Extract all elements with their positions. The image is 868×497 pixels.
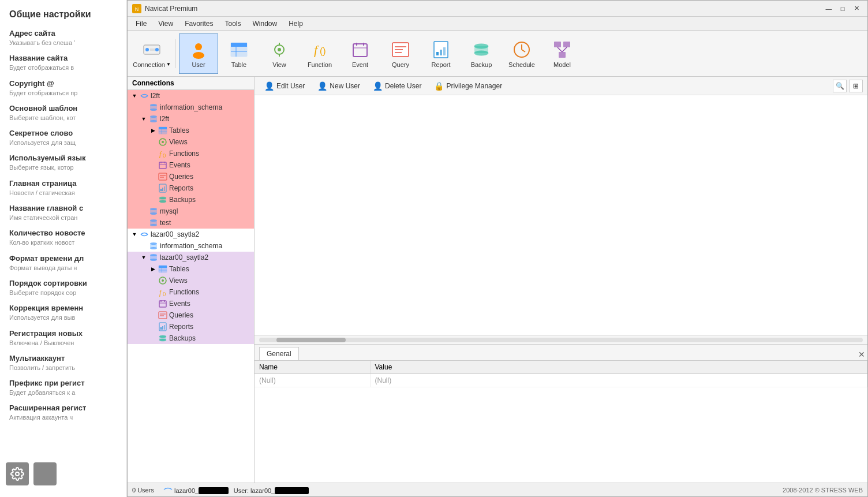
svg-rect-67 <box>164 186 165 191</box>
toolbar-btn-user[interactable]: User <box>179 33 218 74</box>
toolbar-btn-function[interactable]: f() Function <box>300 33 339 74</box>
function-label-row: Function <box>308 61 332 68</box>
user-icon <box>188 39 209 60</box>
svg-point-8 <box>193 52 204 59</box>
svg-text:(): () <box>320 46 326 56</box>
setting-label: Регистрация новых <box>9 329 117 338</box>
tree-conn-lazar00_saytla2[interactable]: ▼ lazar00_saytla2 <box>128 229 254 240</box>
conn-toggle-lazar00_saytla2[interactable]: ▼ <box>130 231 139 237</box>
users-count: 0 Users <box>132 487 154 494</box>
svg-line-36 <box>522 50 525 52</box>
toolbar-btn-schedule[interactable]: Schedule <box>502 33 541 74</box>
toolbar-btn-connection[interactable]: Connection▼ <box>132 33 171 74</box>
tree-item-test_db[interactable]: test <box>128 217 254 229</box>
svg-point-6 <box>155 48 159 51</box>
svg-rect-84 <box>159 266 167 268</box>
menu-item-view[interactable]: View <box>152 18 179 29</box>
tree-item-events_1[interactable]: Events <box>128 159 254 171</box>
svg-rect-92 <box>159 301 166 307</box>
tree-item-reports_1[interactable]: Reports <box>128 182 254 194</box>
tree-item-functions_2[interactable]: f() Functions <box>128 286 254 298</box>
svg-point-4 <box>145 48 149 51</box>
tree-item-views_2[interactable]: Views <box>128 275 254 286</box>
tables_1-label: Tables <box>168 126 189 134</box>
user-label: User <box>192 61 205 68</box>
tree-collapse-lazar00_db[interactable]: ▼ <box>139 255 148 260</box>
settings-icon-1[interactable] <box>6 462 29 485</box>
setting-label: Порядок сортировки <box>9 279 117 287</box>
tree-item-tables_2[interactable]: ▶ Tables <box>128 263 254 275</box>
svg-point-33 <box>474 51 488 55</box>
tree-item-tables_1[interactable]: ▶ Tables <box>128 125 254 136</box>
svg-point-70 <box>159 200 166 203</box>
toolbar-btn-event[interactable]: Event <box>341 33 380 74</box>
mysql_db-type-icon <box>148 207 159 216</box>
setting-desc: Позволить / запретить <box>9 364 117 372</box>
tree-expand-tables_2[interactable]: ▶ <box>148 266 158 272</box>
functions_2-label: Functions <box>168 288 199 296</box>
tree-item-lazar00_db[interactable]: ▼ lazar00_saytla2 <box>128 252 254 263</box>
menu-item-help[interactable]: Help <box>283 18 309 29</box>
menu-item-tools[interactable]: Tools <box>219 18 247 29</box>
toolbar-btn-view[interactable]: View <box>260 33 299 74</box>
svg-rect-29 <box>440 50 442 55</box>
maximize-button[interactable]: □ <box>836 3 849 14</box>
delete-user-icon: 👤 <box>373 81 383 91</box>
setting-desc: Имя статической стран <box>9 214 117 222</box>
tree-item-reports_2[interactable]: Reports <box>128 321 254 332</box>
tree-item-information_schema_1[interactable]: information_schema <box>128 102 254 113</box>
report-label-row: Report <box>431 61 450 68</box>
tree-item-events_2[interactable]: Events <box>128 298 254 309</box>
general-tab[interactable]: General <box>259 347 299 360</box>
toolbar-btn-report[interactable]: Report <box>421 33 461 74</box>
event-icon <box>350 39 371 60</box>
tree-item-functions_1[interactable]: f() Functions <box>128 148 254 159</box>
settings-icon-2[interactable] <box>33 462 57 485</box>
setting-desc: Используется для выв <box>9 313 117 322</box>
tree-item-mysql_db[interactable]: mysql <box>128 205 254 217</box>
grid-view-button[interactable]: ⊞ <box>849 80 863 92</box>
tree-item-views_1[interactable]: Views <box>128 136 254 148</box>
edit-user-button[interactable]: 👤 Edit User <box>259 79 310 93</box>
tree-item-information_schema_2[interactable]: information_schema <box>128 240 254 252</box>
connection-indicator: lazar00_XXXXXXX User: lazar00_XXXXXXXX <box>163 486 309 494</box>
tree-item-backups_1[interactable]: Backups <box>128 194 254 205</box>
setting-item: Регистрация новых Включена / Выключен <box>9 329 117 347</box>
tree-item-l2ft_db[interactable]: ▼ l2ft <box>128 113 254 125</box>
event-label: Event <box>352 61 368 68</box>
scroll-thumb[interactable] <box>276 338 346 342</box>
setting-label: Расширенная регист <box>9 403 117 412</box>
delete-user-button[interactable]: 👤 Delete User <box>368 79 426 93</box>
navicat-window: N Navicat Premium — □ ✕ FileViewFavorite… <box>127 0 868 497</box>
toolbar-btn-table[interactable]: Table <box>219 33 259 74</box>
svg-rect-102 <box>164 325 165 330</box>
close-button[interactable]: ✕ <box>850 3 863 14</box>
tree-view[interactable]: ▼ l2ft information_schema ▼ l2ft ▶ Table… <box>128 90 254 483</box>
status-bar: 0 Users lazar00_XXXXXXX User: lazar00_XX… <box>128 483 867 496</box>
tree-conn-l2ft[interactable]: ▼ l2ft <box>128 90 254 102</box>
privilege-manager-button[interactable]: 🔒 Privilege Manager <box>429 79 507 93</box>
toolbar-btn-backup[interactable]: Backup <box>462 33 501 74</box>
svg-rect-65 <box>160 189 162 191</box>
settings-title: Общие настройки <box>9 9 117 20</box>
menu-item-window[interactable]: Window <box>247 18 283 29</box>
tree-item-queries_2[interactable]: Queries <box>128 309 254 321</box>
toolbar-btn-query[interactable]: Query <box>381 33 420 74</box>
minimize-button[interactable]: — <box>822 3 835 14</box>
tree-item-backups_2[interactable]: Backups <box>128 332 254 344</box>
menu-item-file[interactable]: File <box>130 18 152 29</box>
setting-desc: Выберите язык, котор <box>9 163 117 171</box>
tree-expand-tables_1[interactable]: ▶ <box>148 128 158 133</box>
conn-toggle-l2ft[interactable]: ▼ <box>130 93 139 99</box>
tables_1-type-icon <box>158 126 168 135</box>
menu-item-favorites[interactable]: Favorites <box>179 18 219 29</box>
bottom-panel-close[interactable]: ✕ <box>858 350 865 359</box>
schedule-label: Schedule <box>508 61 535 68</box>
search-button[interactable]: 🔍 <box>833 80 847 92</box>
new-user-button[interactable]: 👤 New User <box>312 79 365 93</box>
toolbar-btn-model[interactable]: Model <box>542 33 582 74</box>
tree-collapse-l2ft_db[interactable]: ▼ <box>139 116 148 122</box>
tree-item-queries_1[interactable]: Queries <box>128 171 254 182</box>
horizontal-scrollbar[interactable] <box>255 335 867 344</box>
model-icon <box>552 39 573 60</box>
